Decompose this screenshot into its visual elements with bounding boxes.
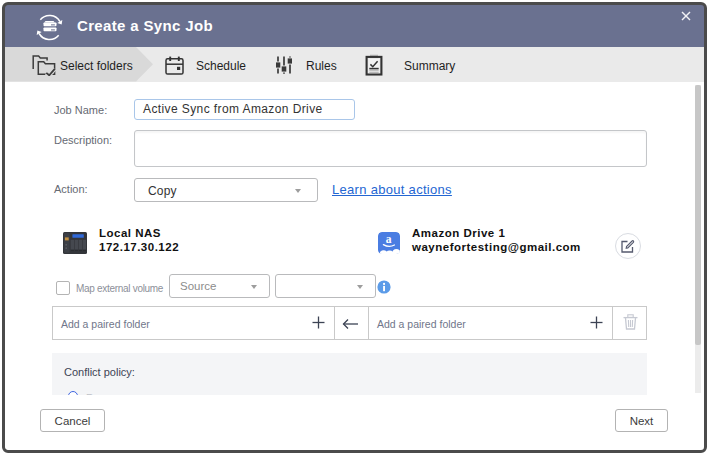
svg-text:a: a	[386, 233, 392, 245]
